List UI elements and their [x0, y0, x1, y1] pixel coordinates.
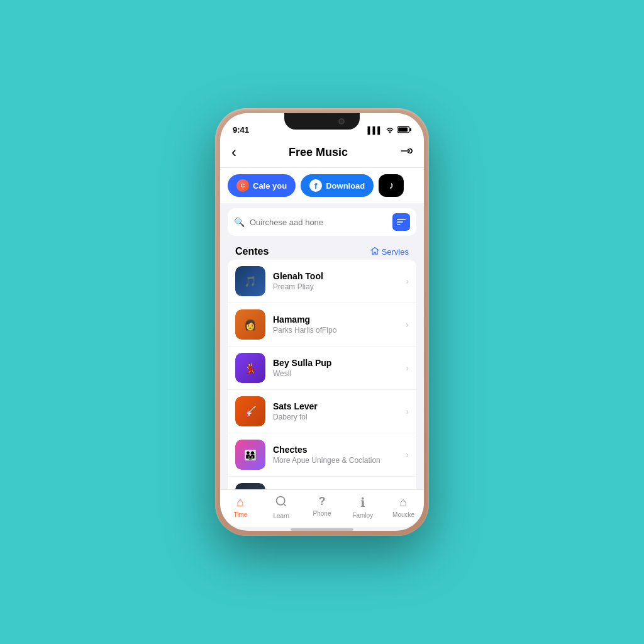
tab-music[interactable]: ⌂ Moucke: [383, 495, 424, 519]
tab-time[interactable]: ⌂ Time: [220, 495, 261, 519]
signal-icon: ▌▌▌: [368, 126, 382, 134]
item-sub-1: Parks Harlis ofFipo: [273, 326, 406, 335]
search-icon: 🔍: [234, 217, 245, 227]
filter-button[interactable]: [392, 213, 410, 231]
list-item[interactable]: 💃 Bey Sulla Pup Wesll ›: [228, 347, 416, 390]
camera: [338, 118, 345, 125]
nav-header: ‹ Free Music: [220, 137, 424, 168]
search-bar: 🔍: [228, 208, 416, 236]
svg-rect-4: [397, 221, 403, 222]
item-icon-0: 🎵: [235, 266, 265, 296]
item-icon-1: 👩: [235, 309, 265, 340]
item-sub-2: Wesll: [273, 369, 406, 378]
list-item[interactable]: 🎵 Glenah Tool Pream Pliay ›: [228, 260, 416, 303]
list-item[interactable]: 🎸 Sats Lever Dabery fol ›: [228, 390, 416, 433]
item-text-0: Glenah Tool Pream Pliay: [273, 271, 406, 291]
phone-tab-icon: ?: [318, 495, 325, 508]
tab-learn-label: Learn: [273, 513, 289, 519]
item-icon-2: 💃: [235, 353, 265, 383]
item-text-2: Bey Sulla Pup Wesll: [273, 358, 406, 378]
back-button[interactable]: ‹: [231, 143, 236, 161]
section-link[interactable]: Servies: [370, 247, 409, 257]
wifi-icon: [386, 126, 394, 135]
item-icon-4: 👨‍👩‍👧: [235, 440, 265, 470]
tiktok-icon: ♪: [389, 180, 394, 191]
item-sub-3: Dabery fol: [273, 413, 406, 421]
battery-icon: [397, 126, 411, 135]
tiktok-button[interactable]: ♪: [379, 174, 404, 197]
info-tab-icon: ℹ: [360, 495, 365, 510]
svg-rect-3: [397, 219, 406, 219]
chevron-icon-2: ›: [406, 363, 409, 373]
download-button[interactable]: f Download: [301, 174, 374, 197]
cale-icon: C: [236, 179, 249, 192]
list-item[interactable]: 👩 Hamamg Parks Harlis ofFipo ›: [228, 303, 416, 347]
svg-line-7: [284, 504, 286, 506]
status-time: 9:41: [233, 125, 249, 135]
list-container: 🎵 Glenah Tool Pream Pliay › 👩 Hamamg: [228, 260, 416, 489]
facebook-icon: f: [309, 179, 322, 192]
cale-label: Cale you: [253, 181, 287, 191]
section-link-label: Servies: [382, 247, 409, 257]
app-buttons-row: C Cale you f Download ♪: [220, 168, 424, 203]
download-label: Download: [326, 181, 365, 191]
item-name-2: Bey Sulla Pup: [273, 358, 406, 368]
search-section: 🔍: [220, 203, 424, 241]
tab-family[interactable]: ℹ Famloy: [342, 495, 383, 519]
item-name-1: Hamamg: [273, 314, 406, 325]
item-name-0: Glenah Tool: [273, 271, 406, 281]
item-sub-0: Pream Pliay: [273, 282, 406, 291]
list-item[interactable]: 👨‍👩‍👧 Chectes More Apue Uningee & Coclat…: [228, 433, 416, 477]
section-header: Centes Servies: [228, 241, 416, 260]
tab-phone-label: Phone: [313, 510, 331, 517]
svg-point-6: [277, 497, 285, 505]
item-sub-4: More Apue Uningee & Coclation: [273, 456, 406, 465]
phone-frame: 9:41 ▌▌▌ ‹ Free Music C: [215, 108, 429, 536]
home-icon: ⌂: [236, 495, 244, 509]
status-icons: ▌▌▌: [368, 126, 411, 135]
music-tab-icon: ⌂: [400, 495, 408, 509]
chevron-icon-4: ›: [406, 450, 409, 460]
svg-rect-5: [397, 225, 401, 225]
item-name-3: Sats Lever: [273, 401, 406, 411]
tab-bar: ⌂ Time Learn ? Phone ℹ Famloy ⌂: [220, 489, 424, 527]
item-icon-3: 🎸: [235, 396, 265, 426]
item-text-3: Sats Lever Dabery fol: [273, 401, 406, 421]
tab-time-label: Time: [233, 511, 247, 518]
share-button[interactable]: [400, 145, 413, 160]
tab-music-label: Moucke: [392, 511, 414, 518]
item-text-1: Hamamg Parks Harlis ofFipo: [273, 314, 406, 335]
list-item[interactable]: ✨ Salar Riads Make Jort Elream ›: [228, 477, 416, 489]
tab-phone[interactable]: ? Phone: [302, 495, 343, 519]
tab-family-label: Famloy: [352, 512, 373, 519]
content-area: Centes Servies 🎵 Glenah T: [220, 241, 424, 489]
phone-screen: 9:41 ▌▌▌ ‹ Free Music C: [220, 113, 424, 531]
svg-rect-1: [398, 127, 408, 131]
chevron-icon-1: ›: [406, 319, 409, 330]
search-tab-icon: [275, 495, 287, 511]
svg-rect-2: [410, 128, 411, 131]
cale-button[interactable]: C Cale you: [228, 174, 296, 197]
chevron-icon-3: ›: [406, 406, 409, 416]
notch: [284, 113, 360, 130]
section-title: Centes: [235, 246, 269, 257]
tab-learn[interactable]: Learn: [261, 495, 302, 519]
item-icon-5: ✨: [235, 483, 265, 489]
search-input[interactable]: [250, 218, 387, 227]
item-name-4: Chectes: [273, 445, 406, 455]
home-indicator: [291, 528, 353, 531]
page-title: Free Music: [289, 146, 348, 159]
item-text-4: Chectes More Apue Uningee & Coclation: [273, 445, 406, 465]
chevron-icon-0: ›: [406, 276, 409, 286]
